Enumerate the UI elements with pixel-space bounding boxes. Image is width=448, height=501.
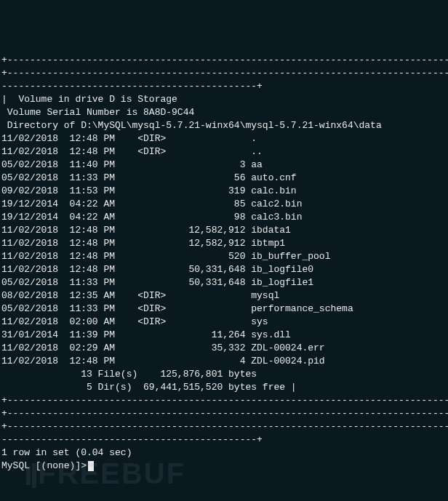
dir-entry: 19/12/2014 04:22 AM 85 calc2.bin	[1, 198, 447, 211]
serial-line: Volume Serial Number is 8A8D-9C44	[1, 106, 447, 119]
dir-entry: 05/02/2018 11:33 PM <DIR> performance_sc…	[1, 302, 447, 316]
dir-entry: 09/02/2018 11:53 PM 319 calc.bin	[1, 185, 447, 198]
dir-entry: 05/02/2018 11:40 PM 3 aa	[1, 159, 447, 172]
border-line: +---------------------------------------…	[1, 394, 447, 407]
directory-of-line: Directory of D:\MySQL\mysql-5.7.21-winx6…	[1, 119, 447, 132]
dir-entry: 11/02/2018 12:48 PM <DIR> .	[1, 132, 447, 145]
dir-entry: 11/02/2018 12:48 PM 12,582,912 ibdata1	[1, 224, 447, 237]
dir-entry: 08/02/2018 12:35 AM <DIR> mysql	[1, 289, 447, 302]
status-line: 1 row in set (0.04 sec)	[1, 446, 447, 460]
dir-entry: 19/12/2014 04:22 AM 98 calc3.bin	[1, 211, 447, 224]
dir-entry: 11/02/2018 12:48 PM 50,331,648 ib_logfil…	[1, 263, 447, 276]
dir-entry: 05/02/2018 11:33 PM 50,331,648 ib_logfil…	[1, 276, 447, 289]
mysql-prompt-line: MySQL [(none)]>	[1, 460, 447, 473]
summary-files: 13 File(s) 125,876,801 bytes	[1, 368, 447, 381]
dir-entry: 11/02/2018 02:00 AM <DIR> sys	[1, 316, 447, 329]
dir-entry: 11/02/2018 12:48 PM 520 ib_buffer_pool	[1, 250, 447, 263]
dir-entry: 31/01/2014 11:39 PM 11,264 sys.dll	[1, 329, 447, 342]
dir-entry: 11/02/2018 12:48 PM 4 ZDL-00024.pid	[1, 355, 447, 368]
border-line: ----------------------------------------…	[1, 433, 447, 446]
dir-entry: 11/02/2018 12:48 PM <DIR> ..	[1, 145, 447, 159]
dir-entry: 11/02/2018 02:29 AM 35,332 ZDL-00024.err	[1, 342, 447, 355]
volume-line: | Volume in drive D is Storage	[1, 93, 447, 106]
summary-dirs: 5 Dir(s) 69,441,515,520 bytes free |	[1, 381, 447, 394]
dir-entry: 05/02/2018 11:33 PM 56 auto.cnf	[1, 172, 447, 185]
border-line: ----------------------------------------…	[1, 80, 447, 93]
border-line: +---------------------------------------…	[1, 420, 447, 433]
border-line: +---------------------------------------…	[1, 407, 447, 420]
mysql-prompt: MySQL [(none)]>	[1, 460, 87, 473]
cursor[interactable]	[88, 461, 94, 471]
border-line: +---------------------------------------…	[1, 67, 447, 80]
border-line: +---------------------------------------…	[1, 54, 447, 67]
terminal-output: +---------------------------------------…	[1, 54, 447, 473]
dir-entry: 11/02/2018 12:48 PM 12,582,912 ibtmp1	[1, 237, 447, 250]
